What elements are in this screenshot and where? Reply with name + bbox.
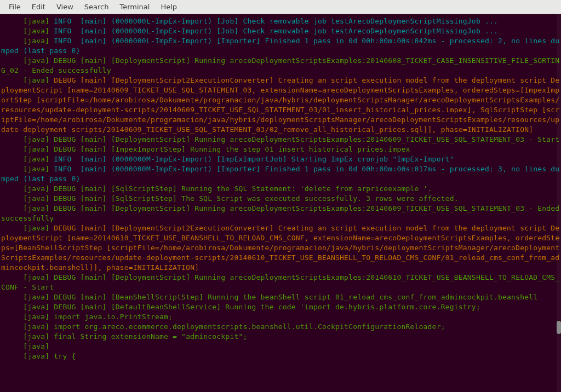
- log-segment: [java]: [23, 155, 54, 163]
- log-segment: [1, 194, 23, 203]
- menubar: File Edit View Search Terminal Help: [0, 0, 561, 14]
- menu-file[interactable]: File: [3, 1, 26, 13]
- log-segment: [1, 76, 23, 84]
- terminal-line: [java] final String extensionName = "adm…: [1, 332, 560, 342]
- log-segment: [java] DEBUG [main] [SqlScriptStep] The …: [23, 194, 459, 203]
- terminal-line: [java] import java.io.PrintStream;: [1, 312, 560, 322]
- terminal-line: [java] INFO [main] (0000000M-ImpEx-Impor…: [1, 164, 560, 184]
- log-segment: INFO [main] (0000000M-ImpEx-Import) [Imp…: [1, 165, 559, 183]
- log-segment: [1, 303, 23, 311]
- terminal-line: [java] DEBUG [main] [DeploymentScript2Ex…: [1, 76, 560, 135]
- log-segment: [java]: [23, 165, 54, 173]
- log-segment: [1, 185, 23, 193]
- terminal-line: [java] DEBUG [main] [DefaultBeanShellSer…: [1, 302, 560, 312]
- log-segment: [java] DEBUG [main] [DeploymentScript] R…: [1, 56, 559, 74]
- log-segment: DEBUG [main] [DeploymentScript2Execution…: [1, 224, 559, 272]
- log-segment: [1, 165, 23, 173]
- menu-help[interactable]: Help: [155, 1, 182, 13]
- log-segment: [java] DEBUG [main] [BeanShellScriptStep…: [23, 293, 537, 301]
- log-segment: [1, 27, 23, 35]
- log-segment: [1, 145, 23, 153]
- log-segment: [1, 273, 23, 281]
- log-segment: [java] DEBUG [main] [DeploymentScript] R…: [1, 204, 561, 222]
- log-segment: INFO [main] (0000000L-ImpEx-Import) [Job…: [54, 27, 498, 35]
- log-segment: [java] final String extensionName = "adm…: [23, 332, 247, 341]
- log-segment: [1, 56, 23, 65]
- log-segment: [java] DEBUG [main] [DeploymentScript] R…: [1, 273, 559, 291]
- terminal-line: [java] DEBUG [main] [SqlScriptStep] The …: [1, 194, 560, 204]
- log-segment: [java] DEBUG [main] [DefaultBeanShellSer…: [23, 303, 480, 311]
- log-segment: INFO [main] (0000000L-ImpEx-Import) [Imp…: [1, 37, 559, 55]
- terminal-line: [java] DEBUG [main] [SqlScriptStep] Runn…: [1, 184, 560, 194]
- log-segment: [java] DEBUG [main] [SqlScriptStep] Runn…: [23, 185, 432, 193]
- terminal-line: [java] DEBUG [main] [BeanShellScriptStep…: [1, 292, 560, 302]
- log-segment: [java] import org.areco.ecommerce.deploy…: [23, 322, 445, 331]
- menu-search[interactable]: Search: [79, 1, 115, 13]
- log-segment: [1, 155, 23, 163]
- log-segment: [1, 204, 23, 212]
- log-segment: [java] try {: [23, 352, 76, 360]
- terminal-line: [java] DEBUG [main] [DeploymentScript] R…: [1, 135, 560, 145]
- log-segment: [1, 342, 23, 350]
- log-segment: [java]: [23, 224, 54, 232]
- terminal-line: [java] DEBUG [main] [DeploymentScript] R…: [1, 204, 560, 223]
- log-segment: [1, 313, 23, 321]
- terminal-line: [java] DEBUG [main] [ImpexImportStep] Ru…: [1, 145, 560, 154]
- log-segment: INFO [main] (0000000M-ImpEx-Import) [Imp…: [54, 155, 454, 163]
- log-segment: [java] DEBUG [main] [ImpexImportStep] Ru…: [23, 145, 410, 153]
- terminal-line: [java] INFO [main] (0000000L-ImpEx-Impor…: [1, 26, 560, 36]
- log-segment: [1, 17, 23, 25]
- menu-view[interactable]: View: [51, 1, 79, 13]
- terminal-line: [java] import org.areco.ecommerce.deploy…: [1, 322, 560, 332]
- log-segment: [java] DEBUG [main] [DeploymentScript] R…: [23, 135, 559, 143]
- terminal-output[interactable]: [java] INFO [main] (0000000L-ImpEx-Impor…: [0, 14, 561, 364]
- terminal-line: [java] INFO [main] (0000000M-ImpEx-Impor…: [1, 154, 560, 164]
- scrollbar-track[interactable]: [557, 14, 561, 392]
- log-segment: [1, 224, 23, 232]
- log-segment: [1, 352, 23, 360]
- log-segment: [1, 37, 23, 45]
- log-segment: [java]: [23, 76, 54, 84]
- log-segment: [java]: [23, 37, 54, 45]
- scrollbar-thumb[interactable]: [557, 321, 561, 334]
- log-segment: [1, 135, 23, 143]
- terminal-line: [java] DEBUG [main] [DeploymentScript] R…: [1, 273, 560, 292]
- log-segment: INFO [main] (0000000L-ImpEx-Import) [Job…: [54, 17, 498, 25]
- log-segment: [java]: [23, 17, 54, 25]
- log-segment: [1, 322, 23, 331]
- log-segment: [1, 332, 23, 341]
- terminal-line: [java] try {: [1, 351, 560, 361]
- log-segment: [java] import java.io.PrintStream;: [23, 313, 173, 321]
- log-segment: [1, 293, 23, 301]
- terminal-line: [java]: [1, 342, 560, 351]
- terminal-line: [java] INFO [main] (0000000L-ImpEx-Impor…: [1, 36, 560, 56]
- terminal-line: [java] DEBUG [main] [DeploymentScript] R…: [1, 56, 560, 76]
- terminal-line: [java] DEBUG [main] [DeploymentScript2Ex…: [1, 223, 560, 273]
- terminal-line: [java] INFO [main] (0000000L-ImpEx-Impor…: [1, 16, 560, 26]
- log-segment: [java]: [23, 27, 54, 35]
- log-segment: DEBUG [main] [DeploymentScript2Execution…: [1, 76, 559, 134]
- log-segment: [java]: [23, 342, 54, 350]
- menu-edit[interactable]: Edit: [26, 1, 51, 13]
- menu-terminal[interactable]: Terminal: [114, 1, 155, 13]
